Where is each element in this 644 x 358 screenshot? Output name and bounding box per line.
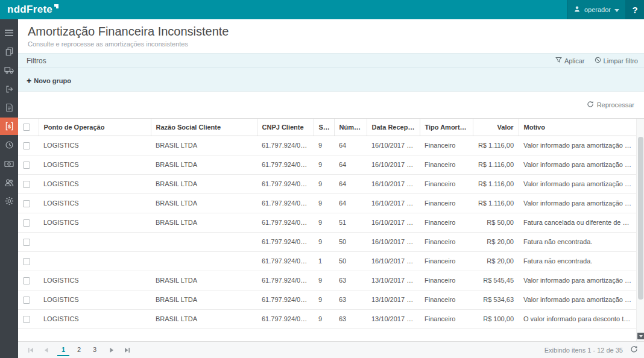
cell-serie: 9 [314,309,334,328]
sidebar: $ [0,19,18,358]
page-number-button[interactable]: 2 [73,344,85,356]
next-page-button[interactable] [105,344,118,356]
scroll-down-button[interactable] [637,333,644,339]
row-checkbox[interactable] [23,316,30,323]
row-checkbox[interactable] [23,239,30,246]
cell-razao: BRASIL LTDA [151,213,257,232]
cell-numero: 64 [334,136,367,155]
column-header-ponto[interactable]: Ponto de Operação [39,119,151,136]
table-row[interactable]: LOGISTICSBRASIL LTDA61.797.924/0007-4096… [18,174,636,193]
cell-serie: 9 [314,136,334,155]
column-header-tipo[interactable]: Tipo Amortização [420,119,473,136]
reprocess-button[interactable]: Reprocessar [587,101,634,109]
app-logo[interactable]: nddFrete [7,4,58,16]
row-checkbox[interactable] [23,258,30,265]
cell-cnpj: 61.797.924/0007-40 [257,155,314,174]
refresh-grid-button[interactable] [630,345,638,355]
row-checkbox[interactable] [23,142,30,149]
table-row[interactable]: LOGISTICSBRASIL LTDA61.797.924/0007-4096… [18,271,636,290]
vertical-scrollbar[interactable] [636,119,644,341]
row-checkbox[interactable] [23,297,30,304]
grid-toolbar: Reprocessar [18,92,644,118]
previous-page-button[interactable] [40,344,53,356]
column-header-numero[interactable]: Número [334,119,367,136]
row-checkbox[interactable] [23,200,30,207]
cell-tipo: Financeiro [420,136,473,155]
cell-cnpj: 61.797.924/0007-40 [257,290,314,309]
cell-valor: R$ 1.116,00 [473,174,519,193]
cell-valor: R$ 1.116,00 [473,155,519,174]
column-header-data-recepcao[interactable]: Data Recepção↓ [367,119,420,136]
table-row[interactable]: 61.797.924/0007-4015016/10/2017 14:03Fin… [18,251,636,271]
money-icon[interactable] [0,155,18,172]
truck-icon[interactable] [0,61,18,79]
row-checkbox[interactable] [23,277,30,284]
table-row[interactable]: LOGISTICSBRASIL LTDA61.797.924/0007-4096… [18,136,636,155]
cell-motivo: Fatura não encontrada. [519,251,636,271]
scrollbar-thumb[interactable] [638,137,643,300]
cell-tipo: Financeiro [420,290,473,309]
report-icon[interactable] [0,99,18,116]
user-menu[interactable]: operador [567,0,626,19]
cell-cnpj: 61.797.924/0007-40 [257,193,314,213]
cell-ponto: LOGISTICS [39,213,151,232]
cell-numero: 63 [334,309,367,328]
documents-icon[interactable] [0,43,18,60]
column-header-cnpj[interactable]: CNPJ Cliente [257,119,314,136]
users-icon[interactable] [0,174,18,191]
help-button[interactable]: ? [626,0,644,19]
cell-ponto: LOGISTICS [39,136,151,155]
plus-icon: + [27,78,31,84]
table-row[interactable]: LOGISTICSBRASIL LTDA61.797.924/0007-4096… [18,193,636,213]
column-header-razao[interactable]: Razão Social Cliente [151,119,257,136]
table-row[interactable]: LOGISTICSBRASIL LTDA61.797.924/0007-4095… [18,213,636,232]
cell-serie: 9 [314,174,334,193]
table-row[interactable]: LOGISTICSBRASIL LTDA61.797.924/0007-4096… [18,290,636,309]
cell-data: 13/10/2017 18:17 [367,290,420,309]
history-icon[interactable] [0,136,18,154]
page-number-button[interactable]: 1 [57,344,69,356]
column-header-serie[interactable]: Série [314,119,334,136]
cell-cnpj: 61.797.924/0007-40 [257,213,314,232]
clear-filter-button[interactable]: Limpar filtro [595,57,638,64]
cell-tipo: Financeiro [420,309,473,328]
last-page-button[interactable] [121,344,134,356]
cell-serie: 1 [314,251,334,271]
cell-cnpj: 61.797.924/0007-40 [257,309,314,328]
cell-razao: BRASIL LTDA [151,271,257,290]
column-header-motivo[interactable]: Motivo [519,119,636,136]
cell-numero: 51 [334,213,367,232]
data-grid: Ponto de Operação Razão Social Cliente C… [18,118,644,341]
row-checkbox[interactable] [23,219,30,227]
first-page-button[interactable] [24,344,37,356]
cell-valor: R$ 20,00 [473,251,519,271]
amortization-icon[interactable]: $ [0,118,18,135]
cell-cnpj: 61.797.924/0007-40 [257,232,314,251]
cell-motivo: Valor informado para amortização é invál… [519,174,636,193]
table-row[interactable]: LOGISTICSBRASIL LTDA61.797.924/0007-4096… [18,155,636,174]
cell-serie: 9 [314,213,334,232]
row-checkbox[interactable] [23,162,30,169]
select-all-checkbox[interactable] [23,124,30,131]
cell-numero: 64 [334,174,367,193]
menu-icon[interactable] [0,24,18,42]
column-header-valor[interactable]: Valor [473,119,519,136]
cell-data: 13/10/2017 18:15 [367,309,420,328]
new-group-button[interactable]: + Novo grupo [27,77,71,84]
cell-motivo: Fatura cancelada ou diferente de em rece… [519,213,636,232]
cell-tipo: Financeiro [420,174,473,193]
apply-filter-button[interactable]: Aplicar [555,57,585,64]
pagination-bar: 123 Exibindo itens 1 - 12 de 35 [18,341,644,358]
settings-icon[interactable] [0,192,18,210]
cell-razao: BRASIL LTDA [151,309,257,328]
cell-razao [151,232,257,251]
table-row[interactable]: LOGISTICSBRASIL LTDA61.797.924/0007-4096… [18,309,636,328]
cell-numero: 50 [334,251,367,271]
export-icon[interactable] [0,80,18,98]
cell-tipo: Financeiro [420,271,473,290]
cell-motivo: Valor informado para amortização é invál… [519,290,636,309]
row-checkbox[interactable] [23,181,30,188]
table-row[interactable]: 61.797.924/0007-4095016/10/2017 14:07Fin… [18,232,636,251]
page-number-button[interactable]: 3 [89,344,101,356]
page-title: Amortização Financeira Inconsistente [28,25,634,39]
